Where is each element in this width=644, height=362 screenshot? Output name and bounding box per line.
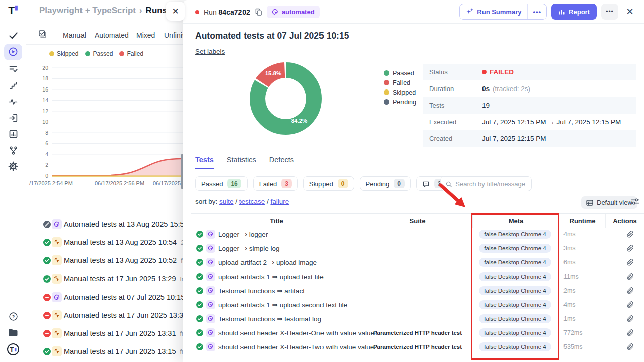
sort-by-testcase[interactable]: testcase [239,198,265,205]
run-summary-more-button[interactable]: ••• [527,4,546,19]
attachment-action[interactable] [617,326,644,340]
automated-run-icon [52,219,62,229]
report-chart-icon[interactable] [0,126,26,141]
run-title: Automated tests at 17 Jun 2025 13:30 [64,311,184,319]
info-row-status: Status FAILED [423,64,636,80]
run-title: Manual tests at 13 Aug 2025 10:542 [64,238,184,246]
test-passed-icon [196,259,203,268]
column-settings-button[interactable] [631,198,639,207]
copy-run-id-icon[interactable] [255,8,262,16]
test-result-row[interactable]: upload artifacts 1 ⇒ upload text file fa… [191,269,644,284]
run-list-item[interactable]: Automated tests at 13 Aug 2025 15:53 [26,217,184,232]
meta-badge: false Desktop Chrome 4 [479,272,551,281]
attachment-action[interactable] [617,284,644,298]
run-title: Automated tests at 13 Aug 2025 15:53 [64,220,184,228]
results-table: Logger ⇒ logger false Desktop Chrome 4 4… [191,227,644,354]
run-list-item[interactable]: Manual tests at 17 Jun 2025 13:31from [26,326,184,341]
more-options-button[interactable]: ••• [601,4,618,20]
passed-percent-label: 84.2% [286,118,313,124]
tab-statistics[interactable]: Statistics [227,156,256,169]
legend-failed[interactable]: Failed [384,78,416,87]
test-result-row[interactable]: Testomat functions ⇒ artifact false Desk… [191,284,644,298]
app-logo[interactable]: T▮ [0,4,26,16]
run-info-table: Status FAILED Duration 0s(tracked: 2s) T… [423,64,636,147]
drawer-close-x[interactable]: ✕ [623,4,637,20]
tab-unfinished[interactable]: Unfinished [164,31,184,39]
report-button[interactable]: Report [551,4,597,20]
test-result-row[interactable]: upload artifact 2 ⇒ upload image false D… [191,255,644,269]
tab-defects[interactable]: Defects [269,156,294,169]
search-field[interactable] [440,176,532,191]
default-view-button[interactable]: Default view [581,196,637,209]
run-list-item[interactable]: Automated tests at 07 Jul 2025 10:15 [26,290,184,305]
test-result-row[interactable]: Logger ⇒ simple log false Desktop Chrome… [191,241,644,255]
test-suite [362,269,473,284]
runs-play-circle-icon[interactable] [0,44,26,59]
attachment-action[interactable] [617,227,644,241]
legend-failed[interactable]: Failed [119,50,143,57]
test-result-row[interactable]: should send header X-Header-Two with val… [191,340,644,354]
attachment-action[interactable] [617,312,644,326]
header-actions: Run Summary ••• Report ••• ✕ [459,4,637,20]
branch-icon[interactable] [0,143,26,158]
test-result-row[interactable]: upload artifacts 1 ⇒ upload second text … [191,298,644,312]
test-result-row[interactable]: Logger ⇒ logger false Desktop Chrome 4 4… [191,227,644,241]
run-list-item[interactable]: Manual tests at 13 Aug 2025 10:52from [26,253,184,268]
list-check-icon[interactable] [0,61,26,76]
filter-passed[interactable]: Passed16 [195,176,248,191]
help-icon[interactable]: ? [0,309,26,324]
tab-manual[interactable]: Manual [63,31,86,39]
check-nav-icon[interactable] [0,28,26,43]
tab-tests[interactable]: Tests [195,156,214,169]
legend-passed[interactable]: Passed [384,68,416,78]
attachment-action[interactable] [617,241,644,255]
projects-folder-icon[interactable] [0,325,26,340]
filter-skipped[interactable]: Skipped0 [303,176,354,191]
test-passed-icon [196,315,203,324]
tab-automated[interactable]: Automated [95,31,129,39]
manual-run-icon [52,237,62,247]
profile-avatar[interactable]: T▮ [0,342,26,357]
test-suite: Parameterized HTTP header test [362,326,473,340]
filter-failed[interactable]: Failed3 [253,176,298,191]
attachment-action[interactable] [617,269,644,284]
paperclip-icon [627,245,634,252]
test-runtime: 2ms [564,284,604,298]
search-input[interactable] [455,180,526,188]
sort-by-suite[interactable]: suite [219,198,234,205]
run-summary-button[interactable]: Run Summary ••• [459,4,547,20]
xtick: 06/17/2025 [153,180,181,186]
legend-skipped[interactable]: Skipped [384,87,416,97]
filter-pending[interactable]: Pending0 [360,176,411,191]
sort-by-failure[interactable]: failure [270,198,289,205]
attachment-action[interactable] [617,340,644,354]
run-list-item[interactable]: Manual tests at 17 Jun 2025 13:29from [26,271,184,286]
paperclip-icon [627,329,634,336]
steps-icon[interactable] [0,77,26,93]
detail-tabs: Tests Statistics Defects [195,156,294,169]
status-passed-icon [43,239,51,246]
settings-gear-icon[interactable] [0,159,26,174]
run-list-item[interactable]: Manual tests at 17 Jun 2025 13:15from [26,344,184,359]
test-result-row[interactable]: Testomat functions ⇒ testomat log false … [191,312,644,326]
set-labels-link[interactable]: Set labels [195,48,225,55]
legend-skipped[interactable]: Skipped [49,50,78,57]
logo-accent: ▮ [15,4,18,11]
legend-passed[interactable]: Passed [85,50,113,57]
attachment-action[interactable] [617,255,644,269]
manual-run-icon [52,346,62,356]
xtick: /17/2025 2:54 PM [29,180,73,186]
tab-mixed[interactable]: Mixed [136,31,155,39]
test-result-row[interactable]: should send header X-Header-One with val… [191,326,644,340]
legend-pending[interactable]: Pending [384,97,416,107]
drawer-close-button[interactable]: ✕ [166,2,185,21]
breadcrumb-project[interactable]: Playwright + TypeScript [39,6,136,15]
run-list-item[interactable]: Manual tests at 13 Aug 2025 10:542 [26,235,184,250]
column-runtime: Runtime [559,214,606,228]
search-icon [446,180,452,188]
import-icon[interactable] [0,110,26,125]
select-runs-icon[interactable] [38,30,47,40]
run-list-item[interactable]: Automated tests at 17 Jun 2025 13:30 [26,308,184,323]
activity-icon[interactable] [0,94,26,109]
attachment-action[interactable] [617,298,644,312]
